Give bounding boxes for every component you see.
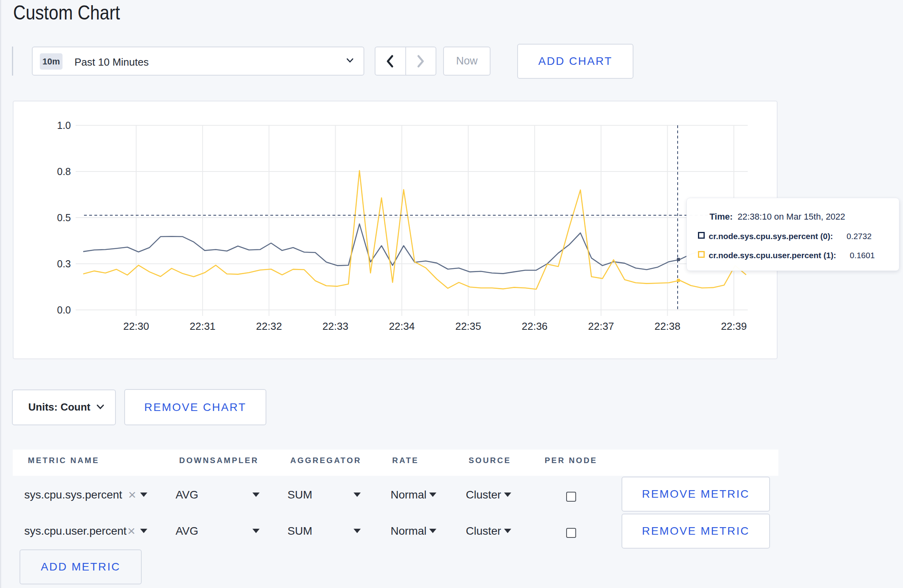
svg-text:22:34: 22:34 [389, 320, 415, 332]
svg-text:22:39: 22:39 [721, 320, 747, 332]
svg-text:0.8: 0.8 [57, 166, 71, 177]
svg-text:22:35: 22:35 [455, 320, 481, 332]
svg-text:22:36: 22:36 [522, 320, 547, 332]
svg-text:22:37: 22:37 [588, 320, 614, 332]
svg-text:22:32: 22:32 [256, 320, 282, 332]
svg-text:0.0: 0.0 [57, 304, 71, 315]
svg-text:22:31: 22:31 [190, 320, 215, 332]
svg-text:22:30: 22:30 [123, 320, 149, 332]
svg-text:22:33: 22:33 [322, 320, 348, 332]
svg-text:0.5: 0.5 [57, 212, 71, 223]
svg-text:1.0: 1.0 [57, 120, 71, 131]
svg-text:22:38: 22:38 [655, 320, 680, 332]
svg-text:0.3: 0.3 [57, 258, 71, 269]
